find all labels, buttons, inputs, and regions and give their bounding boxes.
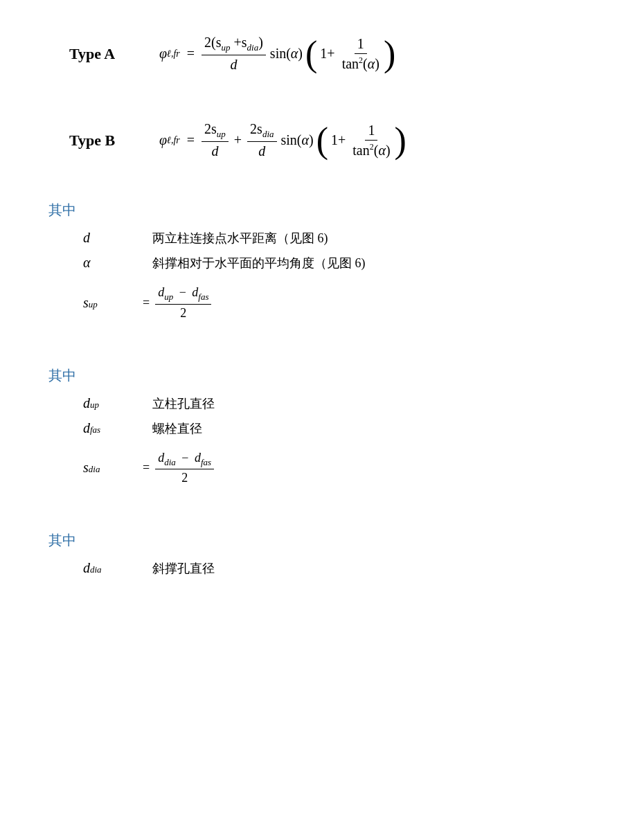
- frac-a-num: 2(sup +sdia): [202, 35, 266, 55]
- subscript-a: ℓ,fr: [167, 48, 180, 60]
- def-dfas-text: 螺栓直径: [152, 420, 202, 437]
- frac-sdia: ddia − dfas 2: [155, 451, 214, 486]
- subscript-b: ℓ,fr: [167, 135, 180, 146]
- frac-a: 2(sup +sdia) d: [202, 35, 266, 73]
- def-alpha-text: 斜撑相对于水平面的平均角度（见图 6): [152, 255, 366, 271]
- def-alpha-row: α 斜撑相对于水平面的平均角度（见图 6): [83, 255, 616, 271]
- equals-sup: =: [143, 296, 150, 310]
- def-dup-symbol: dup: [83, 395, 152, 411]
- frac-sup: dup − dfas 2: [155, 285, 211, 321]
- phi-symbol-b: φ: [159, 132, 167, 148]
- sin-b: sin(α): [281, 132, 314, 148]
- def-alpha-symbol: α: [83, 255, 152, 271]
- def-ddia-text: 斜撑孔直径: [152, 560, 215, 577]
- type-b-formula: φ ℓ,fr = 2sup d + 2sdia d sin(α) ( 1+ 1: [159, 121, 406, 159]
- type-a-row: Type A φ ℓ,fr = 2(sup +sdia) d sin(α) ( …: [69, 35, 616, 73]
- def-ddia-symbol: ddia: [83, 560, 152, 576]
- plus-b: +: [234, 132, 242, 148]
- def-dfas-row: dfas 螺栓直径: [83, 420, 616, 437]
- frac-b2: 2sdia d: [247, 121, 276, 159]
- def-section-1: d 两立柱连接点水平距离（见图 6) α 斜撑相对于水平面的平均角度（见图 6)…: [83, 230, 616, 321]
- frac-b2-num: 2sdia: [247, 121, 276, 142]
- def-dfas-symbol: dfas: [83, 420, 152, 436]
- page-content: Type A φ ℓ,fr = 2(sup +sdia) d sin(α) ( …: [28, 35, 616, 577]
- frac-a-den: d: [227, 55, 240, 73]
- def-sup-row: sup = dup − dfas 2: [83, 285, 616, 321]
- big-paren-b-close: ): [395, 123, 406, 159]
- def-d-symbol: d: [83, 230, 152, 246]
- type-b-label: Type B: [69, 132, 159, 150]
- frac-b3: 1 tan2(α): [350, 123, 393, 159]
- qizhong-3: 其中: [48, 531, 616, 550]
- def-section-2: dup 立柱孔直径 dfas 螺栓直径 sdia = ddia − dfas: [83, 395, 616, 486]
- def-sdia-row: sdia = ddia − dfas 2: [83, 451, 616, 486]
- big-paren-b-open: (: [316, 123, 328, 159]
- frac-b1-den: d: [208, 142, 221, 159]
- frac-sup-num: dup − dfas: [155, 285, 211, 305]
- def-sdia-symbol: sdia: [83, 460, 138, 476]
- qizhong-2: 其中: [48, 366, 616, 385]
- equals-b: =: [187, 132, 195, 148]
- big-paren-a-open: (: [305, 36, 317, 72]
- frac-sdia-num: ddia − dfas: [155, 451, 214, 470]
- equals-a: =: [187, 46, 195, 62]
- def-ddia-row: ddia 斜撑孔直径: [83, 560, 616, 577]
- frac-b2-den: d: [256, 142, 268, 159]
- type-b-row: Type B φ ℓ,fr = 2sup d + 2sdia d sin(α) …: [69, 121, 616, 159]
- frac-b3-den: tan2(α): [350, 141, 393, 159]
- frac-a2-num: 1: [355, 36, 367, 54]
- qizhong-1: 其中: [48, 201, 616, 219]
- frac-b1: 2sup d: [202, 121, 229, 159]
- big-paren-a-close: ): [384, 36, 395, 72]
- frac-a2: 1 tan2(α): [339, 36, 382, 72]
- def-d-row: d 两立柱连接点水平距离（见图 6): [83, 230, 616, 246]
- def-dup-row: dup 立柱孔直径: [83, 395, 616, 412]
- def-section-3: ddia 斜撑孔直径: [83, 560, 616, 577]
- type-a-formula: φ ℓ,fr = 2(sup +sdia) d sin(α) ( 1+ 1 ta…: [159, 35, 395, 73]
- inner-b: 1+: [331, 132, 346, 148]
- frac-a2-den: tan2(α): [339, 54, 382, 72]
- type-a-label: Type A: [69, 45, 159, 63]
- def-dup-text: 立柱孔直径: [152, 395, 215, 412]
- inner-a: 1+: [320, 46, 334, 62]
- equals-sdia: =: [143, 460, 150, 475]
- frac-b3-num: 1: [365, 123, 377, 141]
- def-d-text: 两立柱连接点水平距离（见图 6): [152, 230, 328, 246]
- frac-b1-num: 2sup: [202, 121, 229, 142]
- frac-sup-den: 2: [177, 305, 189, 321]
- phi-symbol-a: φ: [159, 46, 167, 62]
- def-sup-symbol: sup: [83, 295, 138, 311]
- sin-a: sin(α): [270, 46, 303, 62]
- frac-sdia-den: 2: [179, 469, 190, 485]
